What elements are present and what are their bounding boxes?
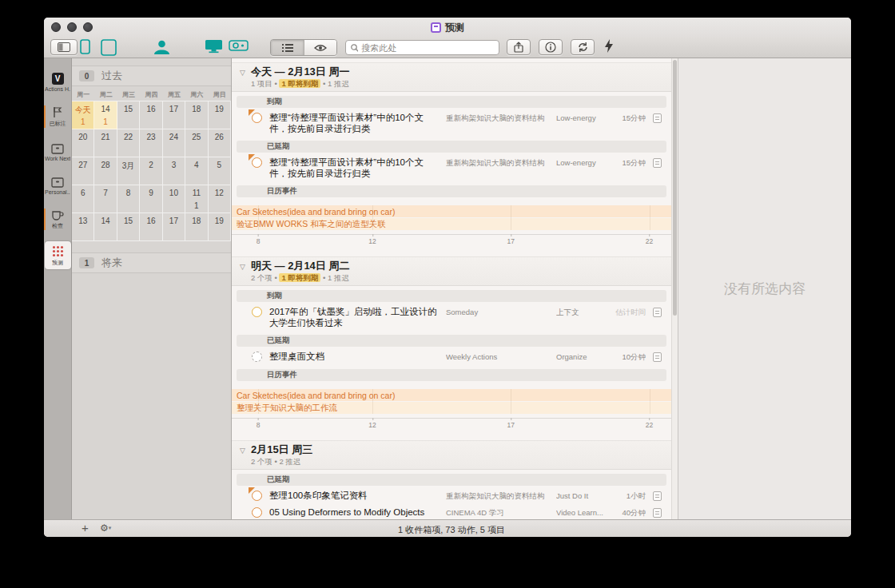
- gear-menu-button[interactable]: ⚙▾: [100, 522, 111, 534]
- task-duration: 40分钟: [607, 506, 646, 518]
- calendar-day-cell[interactable]: 4: [185, 157, 208, 185]
- calendar-day-cell[interactable]: 20: [72, 129, 94, 157]
- sidebar-item-review[interactable]: 检查: [45, 206, 71, 232]
- note-icon[interactable]: [653, 158, 662, 168]
- disclosure-triangle-icon[interactable]: ▽: [240, 69, 245, 88]
- calendar-event-row[interactable]: 整理关于知识大脑的工作流: [232, 402, 671, 414]
- calendar-day-number: 13: [72, 217, 93, 225]
- past-group-header[interactable]: 0 过去: [72, 66, 231, 86]
- calendar-day-cell[interactable]: 15: [117, 101, 140, 129]
- note-icon[interactable]: [653, 491, 662, 501]
- calendar-day-cell[interactable]: 25: [185, 129, 208, 157]
- search-field[interactable]: [345, 40, 499, 55]
- sidebar-toggle-button[interactable]: [50, 39, 78, 55]
- close-button[interactable]: [51, 22, 61, 32]
- task-row[interactable]: 整理“待整理平面设计素材”中的10个文件，按先前目录进行归类 重新构架知识大脑的…: [237, 154, 666, 181]
- search-input[interactable]: [361, 43, 494, 53]
- tablet-device-button[interactable]: [101, 39, 117, 56]
- calendar-event-row[interactable]: 验证BMW WORKS 和车之间的造型关联: [232, 218, 671, 230]
- calendar-day-cell[interactable]: 28: [94, 157, 117, 185]
- future-group-header[interactable]: 1 将来: [72, 252, 231, 273]
- share-button[interactable]: [507, 39, 531, 55]
- view-options-button[interactable]: [271, 40, 304, 55]
- focus-button[interactable]: [304, 40, 336, 55]
- calendar-day-cell[interactable]: 111: [185, 185, 208, 213]
- calendar-day-cell[interactable]: 14: [94, 213, 117, 241]
- calendar-day-cell[interactable]: 18: [185, 101, 208, 129]
- calendar-day-cell[interactable]: 21: [94, 129, 117, 157]
- calendar-day-cell[interactable]: 27: [72, 157, 94, 185]
- display-device-button[interactable]: [205, 39, 223, 54]
- calendar-day-cell[interactable]: 22: [117, 129, 140, 157]
- sidebar-item-work-next[interactable]: Work Next: [45, 139, 71, 164]
- quick-entry-button[interactable]: [604, 39, 614, 53]
- forecast-day-header[interactable]: ▽ 今天 — 2月13日 周一 1 项目 • 1 即将到期 • 1 推迟: [232, 62, 671, 92]
- calendar-event-row[interactable]: Car Sketches(idea and brand bring on car…: [232, 205, 671, 217]
- calendar-day-cell[interactable]: 19: [209, 101, 231, 129]
- task-row[interactable]: 整理100条印象笔记资料 重新构架知识大脑的资料结构 Just Do It 1小…: [237, 487, 666, 504]
- calendar-day-cell[interactable]: 17: [163, 213, 185, 241]
- task-status-circle-icon[interactable]: [252, 307, 262, 317]
- projector-device-button[interactable]: [229, 39, 249, 52]
- inspector-info-button[interactable]: [539, 39, 563, 55]
- calendar-day-cell[interactable]: 今天1: [72, 101, 94, 129]
- traffic-lights: [51, 22, 93, 32]
- calendar-day-cell[interactable]: 7: [94, 185, 117, 213]
- task-row[interactable]: 2017年的「钛墨奖」启动啦，工业设计的大学生们快看过来 Someday 上下文…: [237, 304, 666, 331]
- task-status-circle-icon[interactable]: [252, 491, 262, 501]
- calendar-day-cell[interactable]: 15: [117, 213, 140, 241]
- contacts-button[interactable]: [153, 39, 171, 55]
- calendar-day-cell[interactable]: 2: [140, 157, 162, 185]
- note-icon[interactable]: [653, 508, 662, 518]
- note-icon[interactable]: [653, 308, 662, 317]
- calendar-day-cell[interactable]: 19: [209, 213, 231, 241]
- calendar-day-cell[interactable]: 13: [72, 213, 94, 241]
- zoom-button[interactable]: [83, 22, 93, 32]
- task-status-circle-icon[interactable]: [252, 157, 262, 168]
- note-icon[interactable]: [653, 113, 662, 123]
- forecast-day-header[interactable]: ▽ 明天 — 2月14日 周二 2 个项 • 1 即将到期 • 1 推迟: [232, 256, 671, 286]
- sync-button[interactable]: [571, 39, 595, 55]
- calendar-day-cell[interactable]: 8: [117, 185, 140, 213]
- task-status-circle-icon[interactable]: [252, 507, 262, 518]
- note-icon[interactable]: [653, 352, 662, 362]
- calendar-day-cell[interactable]: 6: [72, 185, 94, 213]
- calendar-day-cell[interactable]: 23: [140, 129, 162, 157]
- task-row[interactable]: 05 Using Deformers to Modify Objects CIN…: [237, 504, 666, 519]
- minimize-button[interactable]: [67, 22, 77, 32]
- day-title: 明天 — 2月14日 周二: [251, 260, 350, 272]
- task-status-circle-icon[interactable]: [252, 352, 262, 362]
- calendar-day-cell[interactable]: 3: [163, 157, 185, 185]
- sidebar-item-personal[interactable]: Personal...: [45, 173, 71, 197]
- calendar-event-row[interactable]: Car Sketches(idea and brand bring on car…: [232, 389, 671, 401]
- add-button[interactable]: +: [82, 521, 89, 534]
- sidebar-item-forecast[interactable]: 预测: [45, 241, 71, 269]
- calendar-day-cell[interactable]: 26: [209, 129, 231, 157]
- task-status-circle-icon[interactable]: [252, 113, 262, 123]
- phone-device-button[interactable]: [80, 39, 90, 54]
- titlebar[interactable]: 预测: [44, 18, 851, 37]
- info-icon: [545, 42, 556, 53]
- forecast-outline[interactable]: ▽ 今天 — 2月13日 周一 1 项目 • 1 即将到期 • 1 推迟 到期 …: [232, 58, 671, 519]
- calendar-day-cell[interactable]: 16: [140, 213, 162, 241]
- calendar-day-cell[interactable]: 5: [209, 157, 231, 185]
- disclosure-triangle-icon[interactable]: ▽: [240, 447, 245, 466]
- calendar-day-cell[interactable]: 9: [140, 185, 162, 213]
- calendar-day-cell[interactable]: 16: [140, 101, 162, 129]
- task-row[interactable]: 整理桌面文档 Weekly Actions Organize 10分钟: [237, 348, 666, 365]
- hour-ruler: 8121722: [232, 418, 671, 432]
- vertical-scrollbar[interactable]: [671, 58, 678, 519]
- calendar-day-cell[interactable]: 12: [209, 185, 231, 213]
- calendar-day-cell[interactable]: 141: [94, 101, 117, 129]
- calendar-day-cell[interactable]: 10: [163, 185, 185, 213]
- scrollbar-thumb[interactable]: [673, 60, 677, 316]
- disclosure-triangle-icon[interactable]: ▽: [240, 263, 245, 282]
- calendar-day-cell[interactable]: 24: [163, 129, 185, 157]
- sidebar-item-actions-history[interactable]: Actions H...: [45, 70, 71, 94]
- task-row[interactable]: 整理“待整理平面设计素材”中的10个文件，按先前目录进行归类 重新构架知识大脑的…: [237, 109, 666, 137]
- forecast-day-header[interactable]: ▽ 2月15日 周三 2 个项 • 2 推迟: [232, 440, 671, 470]
- calendar-day-cell[interactable]: 18: [185, 213, 208, 241]
- calendar-day-cell[interactable]: 3月: [117, 157, 140, 185]
- calendar-day-cell[interactable]: 17: [163, 101, 185, 129]
- sidebar-item-flagged[interactable]: 已标注: [45, 103, 71, 130]
